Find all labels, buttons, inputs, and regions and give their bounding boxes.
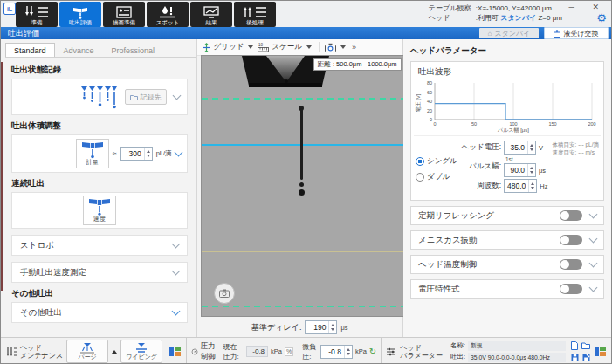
save-button[interactable] <box>569 352 580 362</box>
toggle-switch[interactable] <box>560 259 582 270</box>
nozzle-stream-icon <box>88 198 111 216</box>
toggle-row-meniscus[interactable]: メニスカス振動 <box>410 230 604 250</box>
scale-ruler-icon[interactable]: 10 <box>258 43 269 52</box>
volume-adjust-card: 計量 ≈ 300 pL/滴 <box>11 134 188 173</box>
camera-settings-icon[interactable] <box>325 43 336 52</box>
pulse-mode-radios: シングル ダブル <box>416 139 459 195</box>
volume-spinner[interactable] <box>144 148 152 160</box>
scale-tool-label[interactable]: スケール <box>272 42 302 52</box>
panel-layout-icon[interactable] <box>595 347 607 356</box>
pulse-width-input[interactable]: 90.0 <box>504 163 536 177</box>
purge-button[interactable]: パージ <box>66 340 108 363</box>
base-delay-input[interactable]: 190 <box>305 320 337 334</box>
camera-toolbar: グリッド 10 スケール » <box>197 39 402 56</box>
frequency-label: 周波数: <box>459 181 501 191</box>
manual-speed-dropdown[interactable]: 手動吐出速度測定 <box>11 262 188 283</box>
scale-caret-icon[interactable] <box>306 45 312 49</box>
voltage-input[interactable]: 35.0 <box>504 141 536 155</box>
tab-advance[interactable]: Advance <box>55 43 103 57</box>
page-header: 吐出評価 ⌂ スタンバイ 液受け交換 <box>1 27 611 39</box>
grid-caret-icon[interactable] <box>248 45 253 49</box>
chevron-down-icon[interactable] <box>589 259 598 268</box>
camera-caret-icon[interactable] <box>340 45 346 49</box>
purge-options-caret[interactable] <box>112 350 117 354</box>
toolbar-more-button[interactable]: » <box>352 43 356 52</box>
toggle-row-head-temp[interactable]: ヘッド温度制御 <box>410 255 604 274</box>
discharge-record-card: 記録先 <box>11 79 188 115</box>
panel-layout-icon[interactable] <box>169 347 182 356</box>
move-grid-icon[interactable] <box>202 43 211 52</box>
continuous-speed-button[interactable]: 速度 <box>83 196 116 225</box>
wiping-button[interactable]: ワイピング <box>120 340 162 363</box>
chevron-down-icon[interactable] <box>589 235 598 244</box>
continuous-discharge-card: 速度 <box>11 192 188 229</box>
tab-standard[interactable]: Standard <box>5 43 55 57</box>
x-tick-label: 100 <box>509 121 517 127</box>
parameter-name-value: 新規 <box>468 341 566 351</box>
chevron-down-icon <box>171 240 180 249</box>
tab-discharge-evaluation[interactable]: 吐出評価 <box>59 2 101 27</box>
chevron-down-icon[interactable] <box>172 92 181 100</box>
radio-dot-icon <box>416 157 424 166</box>
frequency-input[interactable]: 480.0 <box>504 179 537 193</box>
camera-panel: グリッド 10 スケール » <box>197 39 403 337</box>
chevron-down-icon[interactable] <box>589 210 598 219</box>
camera-view[interactable]: 距離 : 500.0μm - 1000.0μm <box>201 55 405 317</box>
left-edge-marker <box>1 62 3 291</box>
tab-professional[interactable]: Professional <box>103 43 164 57</box>
toggle-switch[interactable] <box>560 235 582 245</box>
base-delay-spinner[interactable] <box>328 321 336 333</box>
chevron-down-icon[interactable] <box>589 284 598 292</box>
y-tick-label: 80 <box>427 80 432 86</box>
tab-result[interactable]: 結果 <box>190 2 232 27</box>
head-standby-status: スタンバイ <box>500 14 536 22</box>
section-continuous-title: 連続吐出 <box>11 178 188 189</box>
pulse-spinner[interactable] <box>527 164 535 176</box>
standby-button[interactable]: ⌂ スタンバイ <box>479 28 539 38</box>
record-destination-button[interactable]: 記録先 <box>125 89 167 105</box>
section-other-title: その他吐出 <box>11 288 188 299</box>
toggle-row-refresh[interactable]: 定期リフレッシング <box>410 206 604 225</box>
chevron-down-icon[interactable] <box>174 148 182 157</box>
radio-double[interactable]: ダブル <box>416 172 459 182</box>
radio-single[interactable]: シングル <box>416 156 459 167</box>
y-tick-label: 60 <box>427 90 432 95</box>
chevron-down-icon <box>171 267 180 276</box>
tab-postprocess[interactable]: 後処理 <box>234 2 276 27</box>
toggle-switch[interactable] <box>560 284 582 294</box>
settings-gear-icon[interactable]: ⚙ <box>596 12 607 24</box>
voltage-label: ヘッド電圧: <box>459 142 501 153</box>
pressure-pump-icon <box>191 347 198 357</box>
voltage-unit: V <box>539 144 543 152</box>
liquid-receiver-exchange-button[interactable]: 液受け交換 <box>544 27 609 39</box>
tab-drawing-preparation[interactable]: 描画準備 <box>103 2 145 27</box>
droplet-stream <box>300 108 303 180</box>
vacuum-input[interactable]: -0.8 <box>320 345 353 359</box>
grid-tool-label[interactable]: グリッド <box>214 42 244 52</box>
vacuum-spinner[interactable] <box>344 346 352 358</box>
waveform-card: 吐出波形 電圧 [V] パルス幅 [μs] 050100150200806040… <box>410 61 604 201</box>
open-file-button[interactable] <box>581 340 591 351</box>
percent-icon[interactable]: % <box>285 347 293 356</box>
chevron-down-icon <box>171 307 180 316</box>
base-delay-label: 基準ディレイ: <box>251 322 301 333</box>
frequency-spinner[interactable] <box>528 180 536 192</box>
app-window: iL 準備 吐出評価 <box>0 0 612 364</box>
voltage-spinner[interactable] <box>527 141 535 154</box>
strobe-dropdown[interactable]: ストロボ <box>11 235 188 256</box>
new-file-button[interactable] <box>569 340 580 351</box>
toggle-row-voltage-characteristic[interactable]: 電圧特性式 <box>410 279 604 299</box>
save-as-button[interactable] <box>581 352 591 362</box>
tab-spot[interactable]: スポット <box>147 2 189 27</box>
other-discharge-dropdown[interactable]: その他吐出 <box>11 302 188 323</box>
minimize-button[interactable]: ─ <box>566 2 578 12</box>
tab-preparation[interactable]: 準備 <box>16 2 58 27</box>
volume-measure-button[interactable]: 計量 <box>76 139 109 168</box>
volume-input[interactable]: 300 <box>120 147 153 161</box>
pulse-first-tag: 1st <box>505 156 546 162</box>
capture-button[interactable] <box>214 283 235 304</box>
liquid-receiver-icon <box>554 30 560 38</box>
name-label: 名称: <box>446 341 465 350</box>
refresh-icon[interactable]: ↻ <box>369 347 376 356</box>
toggle-switch[interactable] <box>560 210 582 221</box>
